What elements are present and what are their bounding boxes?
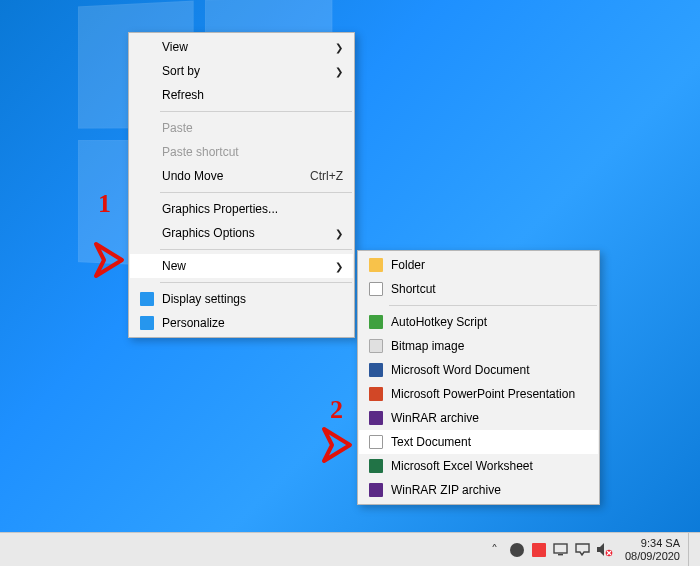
menu-item-label: Paste xyxy=(158,121,343,135)
excel-icon xyxy=(365,459,387,473)
menu-item-label: Refresh xyxy=(158,88,343,102)
folder-icon xyxy=(365,258,387,272)
new-submenu: Folder Shortcut AutoHotkey Script Bitmap… xyxy=(357,250,600,505)
shortcut-icon xyxy=(365,282,387,296)
menu-item-label: Microsoft PowerPoint Presentation xyxy=(387,387,588,401)
svg-rect-1 xyxy=(558,554,563,555)
menu-item-label: Shortcut xyxy=(387,282,588,296)
chevron-right-icon: ❯ xyxy=(329,42,343,53)
submenu-item-folder[interactable]: Folder xyxy=(359,253,598,277)
tray-network-icon[interactable] xyxy=(551,540,571,560)
submenu-item-excel[interactable]: Microsoft Excel Worksheet xyxy=(359,454,598,478)
chevron-right-icon: ❯ xyxy=(329,261,343,272)
menu-item-accelerator: Ctrl+Z xyxy=(298,169,343,183)
menu-item-label: Sort by xyxy=(158,64,329,78)
menu-separator xyxy=(160,111,352,112)
tray-overflow-icon[interactable]: ˄ xyxy=(485,540,505,560)
menu-item-label: Microsoft Word Document xyxy=(387,363,588,377)
submenu-item-powerpoint[interactable]: Microsoft PowerPoint Presentation xyxy=(359,382,598,406)
taskbar-clock[interactable]: 9:34 SA 08/09/2020 xyxy=(617,537,686,563)
submenu-item-winrar-zip[interactable]: WinRAR ZIP archive xyxy=(359,478,598,502)
powerpoint-icon xyxy=(365,387,387,401)
menu-separator xyxy=(160,282,352,283)
submenu-item-bitmap[interactable]: Bitmap image xyxy=(359,334,598,358)
menu-item-label: WinRAR archive xyxy=(387,411,588,425)
annotation-arrow-2 xyxy=(320,425,356,465)
winrar-zip-icon xyxy=(365,483,387,497)
tray-app-icon[interactable] xyxy=(507,540,527,560)
tray-volume-muted-icon[interactable] xyxy=(595,540,615,560)
menu-item-sort-by[interactable]: Sort by ❯ xyxy=(130,59,353,83)
menu-item-graphics-options[interactable]: Graphics Options ❯ xyxy=(130,221,353,245)
ahk-icon xyxy=(365,315,387,329)
menu-item-display-settings[interactable]: Display settings xyxy=(130,287,353,311)
chevron-right-icon: ❯ xyxy=(329,228,343,239)
annotation-arrow-1 xyxy=(92,240,128,280)
submenu-item-shortcut[interactable]: Shortcut xyxy=(359,277,598,301)
menu-item-label: Bitmap image xyxy=(387,339,588,353)
menu-item-label: Microsoft Excel Worksheet xyxy=(387,459,588,473)
taskbar-date: 08/09/2020 xyxy=(625,550,680,563)
menu-separator xyxy=(389,305,597,306)
annotation-number-2: 2 xyxy=(330,395,343,425)
menu-item-refresh[interactable]: Refresh xyxy=(130,83,353,107)
menu-item-new[interactable]: New ❯ xyxy=(130,254,353,278)
menu-item-label: AutoHotkey Script xyxy=(387,315,588,329)
menu-separator xyxy=(160,249,352,250)
word-icon xyxy=(365,363,387,377)
menu-item-graphics-properties[interactable]: Graphics Properties... xyxy=(130,197,353,221)
display-icon xyxy=(136,292,158,306)
menu-item-label: Personalize xyxy=(158,316,343,330)
submenu-item-winrar[interactable]: WinRAR archive xyxy=(359,406,598,430)
chevron-right-icon: ❯ xyxy=(329,66,343,77)
menu-item-label: Graphics Options xyxy=(158,226,329,240)
menu-item-paste: Paste xyxy=(130,116,353,140)
menu-item-view[interactable]: View ❯ xyxy=(130,35,353,59)
menu-item-label: New xyxy=(158,259,329,273)
show-desktop-button[interactable] xyxy=(688,533,694,567)
menu-item-label: Display settings xyxy=(158,292,343,306)
tray-action-center-icon[interactable] xyxy=(573,540,593,560)
text-document-icon xyxy=(365,435,387,449)
desktop-context-menu: View ❯ Sort by ❯ Refresh Paste Paste sho… xyxy=(128,32,355,338)
menu-item-undo-move[interactable]: Undo Move Ctrl+Z xyxy=(130,164,353,188)
menu-item-label: Undo Move xyxy=(158,169,298,183)
tray-vivaldi-icon[interactable] xyxy=(529,540,549,560)
submenu-item-autohotkey[interactable]: AutoHotkey Script xyxy=(359,310,598,334)
winrar-icon xyxy=(365,411,387,425)
menu-item-label: Paste shortcut xyxy=(158,145,343,159)
menu-item-label: Graphics Properties... xyxy=(158,202,343,216)
menu-item-label: Text Document xyxy=(387,435,588,449)
taskbar: ˄ 9:34 SA 08/09/2020 xyxy=(0,532,700,566)
menu-item-paste-shortcut: Paste shortcut xyxy=(130,140,353,164)
submenu-item-word[interactable]: Microsoft Word Document xyxy=(359,358,598,382)
menu-item-label: WinRAR ZIP archive xyxy=(387,483,588,497)
taskbar-time: 9:34 SA xyxy=(625,537,680,550)
annotation-number-1: 1 xyxy=(98,189,111,219)
menu-separator xyxy=(160,192,352,193)
submenu-item-text-document[interactable]: Text Document xyxy=(359,430,598,454)
menu-item-personalize[interactable]: Personalize xyxy=(130,311,353,335)
menu-item-label: Folder xyxy=(387,258,588,272)
bitmap-icon xyxy=(365,339,387,353)
personalize-icon xyxy=(136,316,158,330)
svg-rect-0 xyxy=(554,544,567,553)
menu-item-label: View xyxy=(158,40,329,54)
